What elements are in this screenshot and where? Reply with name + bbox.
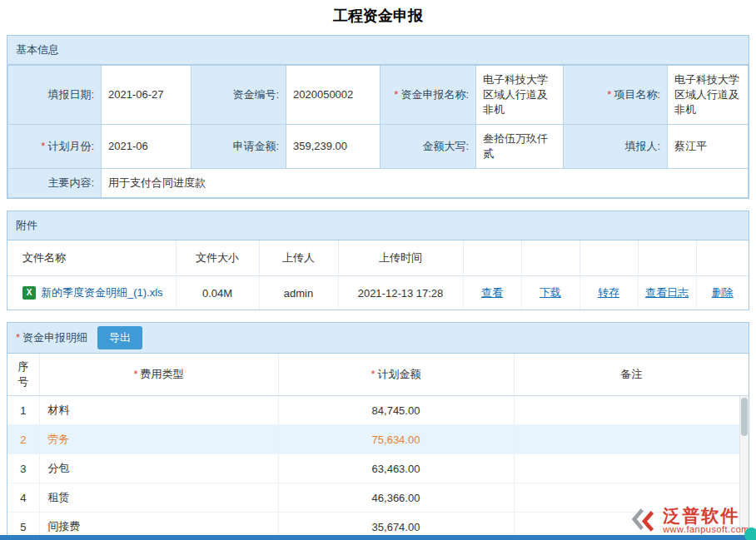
row-plan-amount: 84,745.00 [278,396,514,425]
view-log-link[interactable]: 查看日志 [645,286,689,299]
table-row[interactable]: 3 分包 63,463.00 [7,454,749,483]
table-row-selected[interactable]: 2 劳务 75,634.00 [7,425,749,454]
brand-url: www.fanpusoft.com [663,525,749,535]
fanpu-logo-icon [630,508,659,534]
fill-date-label: 填报日期: [8,66,102,125]
brand-watermark: 泛普软件 www.fanpusoft.com [630,507,749,535]
required-mark: * [41,140,45,152]
required-mark: * [133,368,137,380]
col-action-1 [463,240,521,276]
attachment-row: X 新的季度资金明细_(1).xls 0.04M admin 2021-12-1… [7,276,749,310]
required-mark: * [16,331,20,344]
view-link[interactable]: 查看 [481,286,503,299]
delete-link[interactable]: 删除 [712,286,734,299]
required-mark: * [607,88,611,101]
col-uploader: 上传人 [259,240,338,276]
fund-no-value: 2020050002 [286,66,380,125]
page-title: 工程资金申报 [0,0,756,35]
save-as-link[interactable]: 转存 [598,286,619,299]
amount-words-value: 叁拾伍万玖仟贰 [476,125,564,169]
project-name-label: *项目名称: [564,66,668,125]
table-row[interactable]: 1 材料 84,745.00 [7,396,749,425]
attachment-upload-time: 2021-12-13 17:28 [338,276,463,310]
row-cost-type: 劳务 [39,425,278,454]
col-upload-time: 上传时间 [338,240,463,276]
filler-label: 填报人: [564,125,668,169]
attachments-header-row: 文件名称 文件大小 上传人 上传时间 [7,240,749,276]
col-file-size: 文件大小 [176,240,259,276]
row-seq: 1 [7,396,39,425]
row-cost-type: 租赁 [39,483,278,513]
col-action-5 [696,240,749,276]
basic-info-table: 填报日期: 2021-06-27 资金编号: 2020050002 *资金申报名… [7,65,749,198]
row-cost-type: 分包 [39,454,278,483]
apply-amount-label: 申请金额: [191,125,286,169]
detail-header-table: 序号 *费用类型 *计划金额 备注 [7,354,749,396]
attachments-panel: 附件 文件名称 文件大小 上传人 上传时间 X 新的季度资金明细_(1).xls [7,211,749,310]
row-plan-amount: 75,634.00 [278,425,514,454]
required-mark: * [394,88,398,101]
brand-name: 泛普软件 [663,507,739,525]
plan-month-label: *计划月份: [8,125,102,169]
footer-bar [0,535,756,540]
fill-date-value: 2021-06-27 [102,66,191,125]
attachment-uploader: admin [259,276,338,310]
detail-header-row: 序号 *费用类型 *计划金额 备注 [7,354,749,396]
row-remark [514,396,749,425]
declare-name-label: *资金申报名称: [380,66,476,125]
filler-value: 蔡江平 [668,125,749,169]
scrollbar-thumb[interactable] [741,398,748,436]
basic-info-panel: 基本信息 填报日期: 2021-06-27 资金编号: 2020050002 *… [7,35,749,199]
amount-words-label: 金额大写: [380,125,476,169]
attachment-file-name[interactable]: 新的季度资金明细_(1).xls [41,285,163,300]
detail-section-bar: *资金申报明细 导出 [7,323,749,354]
row-seq: 2 [7,425,39,454]
fund-declaration-page: 工程资金申报 基本信息 填报日期: 2021-06-27 资金编号: 20200… [0,0,756,540]
basic-info-header: 基本信息 [7,36,749,65]
download-link[interactable]: 下载 [540,286,561,299]
col-cost-type: *费用类型 [39,354,278,396]
row-cost-type: 材料 [39,396,278,425]
col-file-name: 文件名称 [7,240,176,276]
apply-amount-value: 359,239.00 [286,125,380,169]
col-remark: 备注 [514,354,749,396]
main-content-label: 主要内容: [8,169,102,198]
col-action-4 [638,240,696,276]
plan-month-value: 2021-06 [102,125,191,169]
required-mark: * [371,368,375,380]
attachments-header: 附件 [7,211,749,240]
project-name-value: 电子科技大学区域人行道及非机 [668,66,749,125]
detail-section-title: *资金申报明细 [16,330,87,345]
row-seq: 3 [7,454,39,483]
excel-file-icon: X [22,286,36,300]
col-action-3 [579,240,638,276]
col-action-2 [521,240,579,276]
row-plan-amount: 63,463.00 [278,454,514,483]
floating-action-dot[interactable] [744,528,756,540]
fund-no-label: 资金编号: [191,66,286,125]
col-seq: 序号 [7,354,39,396]
row-plan-amount: 46,366.00 [278,483,514,513]
export-button[interactable]: 导出 [97,326,142,349]
declare-name-value: 电子科技大学区域人行道及非机 [476,66,564,125]
col-plan-amount: *计划金额 [278,354,514,396]
row-remark [514,454,749,483]
row-seq: 4 [7,483,39,513]
attachments-table: 文件名称 文件大小 上传人 上传时间 X 新的季度资金明细_(1).xls 0.… [7,240,749,310]
attachment-file-size: 0.04M [176,276,259,310]
row-remark [514,425,749,454]
main-content-value: 用于支付合同进度款 [102,169,749,198]
